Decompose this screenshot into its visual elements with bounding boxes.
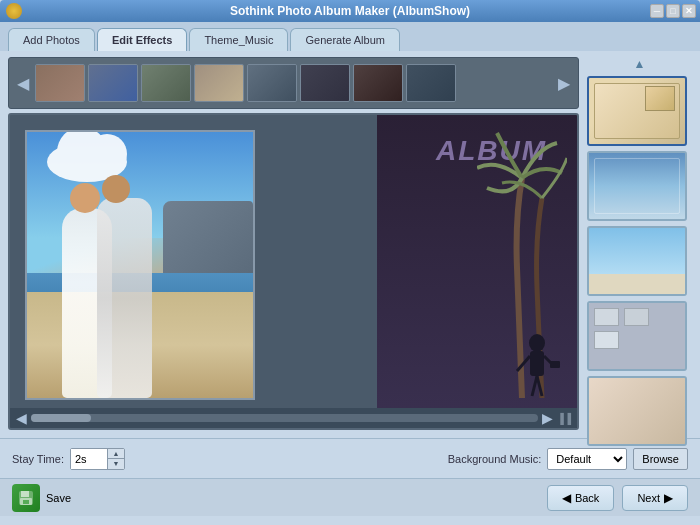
next-arrow-icon: ▶ <box>664 491 673 505</box>
thumbnail-7[interactable] <box>353 64 403 102</box>
preview-container: ALBUM <box>8 113 579 430</box>
maximize-button[interactable]: □ <box>666 4 680 18</box>
svg-rect-10 <box>23 500 29 504</box>
tab-add-photos[interactable]: Add Photos <box>8 28 95 51</box>
right-scroll-up[interactable]: ▲ <box>587 57 692 71</box>
thumbnail-3[interactable] <box>141 64 191 102</box>
filmstrip-prev-arrow[interactable]: ◀ <box>13 72 33 95</box>
save-icon <box>12 484 40 512</box>
back-button[interactable]: ◀ Back <box>547 485 614 511</box>
preview-nav: ◀ ▶ ▐▐ <box>10 408 577 428</box>
preview-photo <box>25 130 255 400</box>
back-label: Back <box>575 492 599 504</box>
stay-time-spinbox[interactable]: ▲ ▼ <box>70 448 125 470</box>
thumbnail-5[interactable] <box>247 64 297 102</box>
tab-generate-album[interactable]: Generate Album <box>290 28 400 51</box>
center-panel: ◀ ▶ <box>8 57 579 430</box>
scrollbar-track[interactable] <box>31 414 538 422</box>
tabs-bar: Add Photos Edit Effects Theme_Music Gene… <box>0 22 700 51</box>
tab-theme-music[interactable]: Theme_Music <box>189 28 288 51</box>
footer-nav: ◀ Back Next ▶ <box>547 485 688 511</box>
music-select[interactable]: Default <box>547 448 627 470</box>
back-arrow-icon: ◀ <box>562 491 571 505</box>
window-controls: ─ □ ✕ <box>650 4 696 18</box>
theme-thumb-1[interactable] <box>587 76 687 146</box>
svg-line-2 <box>517 356 530 371</box>
theme-background: ALBUM <box>377 115 577 428</box>
thumbnail-1[interactable] <box>35 64 85 102</box>
main-area: ◀ ▶ <box>0 51 700 438</box>
stay-time-label: Stay Time: <box>12 453 64 465</box>
svg-rect-8 <box>21 491 29 497</box>
svg-rect-4 <box>550 361 560 368</box>
photographer-silhouette <box>512 331 562 403</box>
save-label: Save <box>46 492 71 504</box>
filmstrip-inner <box>35 64 552 102</box>
spinbox-arrows: ▲ ▼ <box>107 449 124 469</box>
footer-bar: Save ◀ Back Next ▶ <box>0 478 700 516</box>
spinbox-up-button[interactable]: ▲ <box>108 449 124 459</box>
nav-indicator: ▐▐ <box>557 413 571 424</box>
browse-button[interactable]: Browse <box>633 448 688 470</box>
next-label: Next <box>637 492 660 504</box>
next-button[interactable]: Next ▶ <box>622 485 688 511</box>
bg-music-label: Background Music: <box>448 453 542 465</box>
bg-music-group: Background Music: Default Browse <box>448 448 688 470</box>
thumbnail-6[interactable] <box>300 64 350 102</box>
right-panel: ▲ <box>587 57 692 430</box>
thumbnail-4[interactable] <box>194 64 244 102</box>
window-title: Sothink Photo Album Maker (AlbumShow) <box>230 4 470 18</box>
minimize-button[interactable]: ─ <box>650 4 664 18</box>
stay-time-input[interactable] <box>71 449 107 469</box>
theme-thumb-3[interactable] <box>587 226 687 296</box>
title-bar: Sothink Photo Album Maker (AlbumShow) ─ … <box>0 0 700 22</box>
preview-prev-arrow[interactable]: ◀ <box>16 410 27 426</box>
filmstrip-next-arrow[interactable]: ▶ <box>554 72 574 95</box>
theme-thumb-5[interactable] <box>587 376 687 446</box>
svg-point-0 <box>529 334 545 352</box>
thumbnail-2[interactable] <box>88 64 138 102</box>
stay-time-group: Stay Time: ▲ ▼ <box>12 448 125 470</box>
scrollbar-thumb <box>31 414 91 422</box>
app-icon <box>6 3 22 19</box>
svg-rect-1 <box>530 351 544 376</box>
filmstrip: ◀ ▶ <box>8 57 579 109</box>
theme-thumb-4[interactable] <box>587 301 687 371</box>
save-group[interactable]: Save <box>12 484 71 512</box>
spinbox-down-button[interactable]: ▼ <box>108 458 124 468</box>
close-button[interactable]: ✕ <box>682 4 696 18</box>
thumbnail-8[interactable] <box>406 64 456 102</box>
theme-thumb-2[interactable] <box>587 151 687 221</box>
svg-line-6 <box>537 376 542 396</box>
preview-next-arrow[interactable]: ▶ <box>542 410 553 426</box>
tab-edit-effects[interactable]: Edit Effects <box>97 28 188 51</box>
